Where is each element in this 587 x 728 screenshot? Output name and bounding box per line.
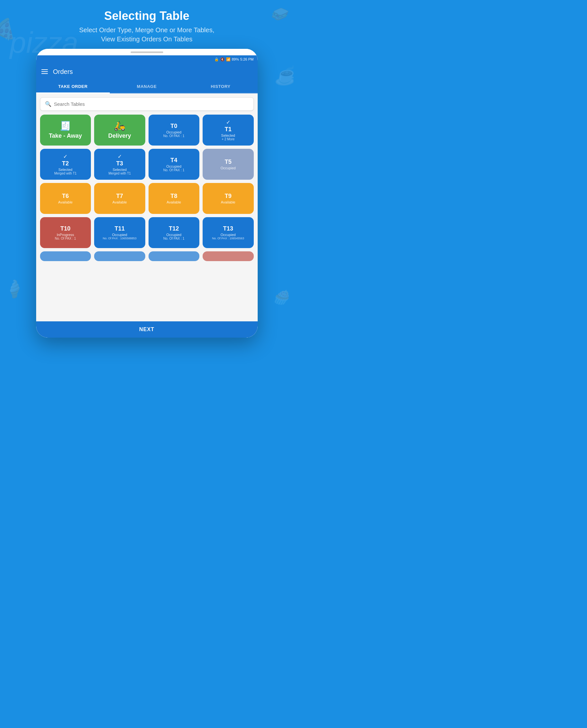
table-card-delivery[interactable]: 🛵 Delivery xyxy=(94,115,145,146)
delivery-label: Delivery xyxy=(108,132,131,139)
next-button-label: NEXT xyxy=(139,326,155,333)
T9-status: Available xyxy=(221,200,235,204)
search-icon: 🔍 xyxy=(45,101,51,107)
T3-label: T3 xyxy=(116,160,123,167)
T2-status: Selected xyxy=(58,168,72,172)
table-card-T11[interactable]: T11 Occupied No. Of PAX : 1065588853 xyxy=(94,217,145,248)
T11-sub: No. Of PAX : 1065588853 xyxy=(103,237,137,240)
T12-label: T12 xyxy=(169,225,179,232)
T0-label: T0 xyxy=(170,123,177,129)
table-card-T13[interactable]: T13 Occupied No. Of PAX : 106545563 xyxy=(203,217,254,248)
T10-label: T10 xyxy=(60,225,70,232)
table-card-T9[interactable]: T9 Available xyxy=(203,183,254,214)
search-bar[interactable]: 🔍 xyxy=(40,97,254,111)
T12-status: Occupied xyxy=(166,233,182,237)
T13-label: T13 xyxy=(223,225,233,232)
T9-label: T9 xyxy=(225,193,232,200)
T4-sub: No. Of PAX : 1 xyxy=(163,168,184,172)
table-card-T5[interactable]: T5 Occupied xyxy=(203,149,254,180)
wifi-icon: 📶 xyxy=(226,57,231,62)
table-card-partial-3 xyxy=(148,251,200,261)
T7-label: T7 xyxy=(116,193,123,200)
delivery-icon: 🛵 xyxy=(114,120,125,131)
T12-sub: No. Of PAX : 1 xyxy=(163,237,184,240)
table-card-partial-4 xyxy=(203,251,254,261)
table-card-partial-1 xyxy=(40,251,91,261)
T4-status: Occupied xyxy=(166,164,182,168)
table-card-partial-2 xyxy=(94,251,145,261)
next-button[interactable]: NEXT xyxy=(36,321,258,338)
T11-label: T11 xyxy=(115,225,125,232)
T2-sub: Merged with T1 xyxy=(54,172,76,175)
screen-lock-icon: 🔒 xyxy=(214,57,219,62)
T6-label: T6 xyxy=(62,193,69,200)
notch-bar xyxy=(131,51,163,53)
T10-status: InProgress xyxy=(57,233,74,237)
T8-label: T8 xyxy=(170,193,177,200)
T13-status: Occupied xyxy=(220,233,236,237)
T1-check-icon: ✓ xyxy=(226,119,230,125)
T3-check-icon: ✓ xyxy=(118,153,122,160)
table-card-T4[interactable]: T4 Occupied No. Of PAX : 1 xyxy=(148,149,200,180)
T3-sub: Merged with T1 xyxy=(109,172,131,175)
table-card-T1[interactable]: ✓ T1 Selected + 2 More xyxy=(203,115,254,146)
T2-check-icon: ✓ xyxy=(63,153,67,160)
page-title: Selecting Table xyxy=(6,9,287,23)
search-input[interactable] xyxy=(54,101,249,107)
T4-label: T4 xyxy=(170,157,177,164)
T5-label: T5 xyxy=(225,159,232,165)
T0-status: Occupied xyxy=(166,130,182,134)
take-away-icon: 🧾 xyxy=(60,120,71,131)
status-bar: 🔒 🔇 📶 89% 5:26 PM xyxy=(36,55,258,63)
T1-status: Selected xyxy=(221,134,235,138)
hamburger-menu-icon[interactable] xyxy=(41,69,48,74)
status-icons: 🔒 🔇 📶 89% 5:26 PM xyxy=(214,57,254,62)
tab-bar: TAKE ORDER MANAGE HISTORY xyxy=(36,80,258,93)
table-card-T3[interactable]: ✓ T3 Selected Merged with T1 xyxy=(94,149,145,180)
tab-take-order[interactable]: TAKE ORDER xyxy=(36,80,110,93)
T1-label: T1 xyxy=(225,126,232,133)
battery-text: 89% xyxy=(232,57,239,61)
T3-status: Selected xyxy=(113,168,127,172)
T11-status: Occupied xyxy=(112,233,127,237)
app-body: 🔍 🧾 Take - Away 🛵 Delivery T0 O xyxy=(36,93,258,321)
table-card-T6[interactable]: T6 Available xyxy=(40,183,91,214)
device-frame: 🔒 🔇 📶 89% 5:26 PM Orders TAKE ORDER MANA… xyxy=(36,49,258,338)
T8-status: Available xyxy=(167,200,181,204)
table-card-T8[interactable]: T8 Available xyxy=(148,183,200,214)
T0-sub: No. Of PAX : 1 xyxy=(163,134,184,138)
app-header: Orders xyxy=(36,63,258,80)
table-card-take-away[interactable]: 🧾 Take - Away xyxy=(40,115,91,146)
T10-sub: No. Of PAX : 1 xyxy=(55,237,76,240)
T6-status: Available xyxy=(58,200,73,204)
page-subtitle: Select Order Type, Merge One or More Tab… xyxy=(6,25,287,44)
sound-icon: 🔇 xyxy=(220,57,225,62)
T13-sub: No. Of PAX : 106545563 xyxy=(212,237,244,240)
table-card-T10[interactable]: T10 InProgress No. Of PAX : 1 xyxy=(40,217,91,248)
T7-status: Available xyxy=(112,200,127,204)
device-notch xyxy=(36,49,258,55)
tab-history[interactable]: HISTORY xyxy=(184,80,258,93)
take-away-label: Take - Away xyxy=(49,132,82,139)
table-card-T12[interactable]: T12 Occupied No. Of PAX : 1 xyxy=(148,217,200,248)
T5-status: Occupied xyxy=(220,166,236,170)
app-container: 🔒 🔇 📶 89% 5:26 PM Orders TAKE ORDER MANA… xyxy=(36,55,258,338)
time-text: 5:26 PM xyxy=(240,57,254,61)
app-header-title: Orders xyxy=(53,68,73,75)
T1-sub: + 2 More xyxy=(221,138,235,141)
table-card-T2[interactable]: ✓ T2 Selected Merged with T1 xyxy=(40,149,91,180)
table-card-T0[interactable]: T0 Occupied No. Of PAX : 1 xyxy=(148,115,200,146)
tab-manage[interactable]: MANAGE xyxy=(110,80,184,93)
T2-label: T2 xyxy=(62,160,69,167)
table-card-T7[interactable]: T7 Available xyxy=(94,183,145,214)
tables-grid: 🧾 Take - Away 🛵 Delivery T0 Occupied No.… xyxy=(40,115,254,248)
